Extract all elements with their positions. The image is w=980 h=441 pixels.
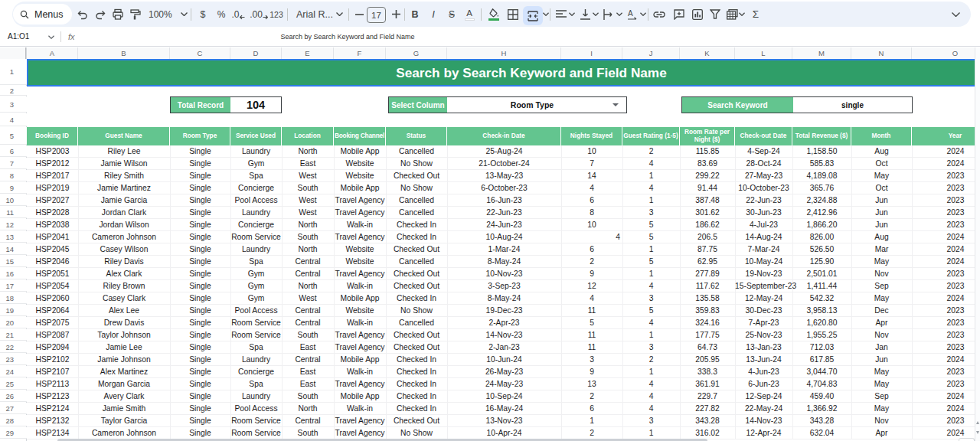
decrease-font-size-button[interactable]: [351, 4, 368, 24]
cell-I27[interactable]: 6: [561, 403, 622, 415]
cell-M16[interactable]: 2,501.01: [792, 268, 851, 280]
cell-E22[interactable]: East: [282, 341, 334, 354]
cell-J20[interactable]: 4: [622, 317, 680, 329]
cell-A27[interactable]: HSP2124: [27, 403, 78, 415]
cell-H8[interactable]: 13-May-23: [447, 170, 561, 182]
cell-O8[interactable]: 2023: [912, 170, 980, 182]
cell-F18[interactable]: Mobile App: [334, 292, 386, 305]
cell-L21[interactable]: 25-Nov-23: [735, 329, 792, 341]
cell-A20[interactable]: HSP2075: [27, 317, 78, 329]
text-rotation-caret-icon[interactable]: [639, 2, 647, 27]
cell-I12[interactable]: 10: [561, 219, 622, 231]
name-box[interactable]: A1:O1: [8, 28, 29, 46]
cell-F15[interactable]: Website: [334, 256, 386, 268]
cell-L23[interactable]: 13-Jun-24: [735, 354, 792, 366]
cell-A9[interactable]: HSP2019: [27, 182, 78, 194]
cell-A17[interactable]: HSP2054: [27, 280, 78, 292]
cell-J10[interactable]: 1: [622, 194, 680, 207]
cell-E25[interactable]: East: [282, 378, 334, 390]
cell-G7[interactable]: No Show: [386, 158, 447, 170]
column-header-I[interactable]: I: [561, 47, 622, 59]
cell-G17[interactable]: Checked Out: [386, 280, 447, 292]
cell-G9[interactable]: No Show: [386, 182, 447, 194]
cell-H26[interactable]: 10-Sep-24: [447, 390, 561, 403]
format-currency-button[interactable]: $: [194, 4, 211, 24]
cell-N26[interactable]: Sep: [851, 390, 912, 403]
cell-F19[interactable]: Website: [334, 305, 386, 317]
cell-L6[interactable]: 4-Sep-24: [735, 145, 792, 158]
cell-E23[interactable]: Central: [282, 354, 334, 366]
cell-M12[interactable]: 1,866.20: [792, 219, 851, 231]
cell-K21[interactable]: 177.75: [680, 329, 735, 341]
cell-E12[interactable]: North: [282, 219, 334, 231]
cell-H16[interactable]: 10-Nov-23: [447, 268, 561, 280]
cell-J11[interactable]: 3: [622, 207, 680, 219]
cell-F9[interactable]: Mobile App: [334, 182, 386, 194]
cell-F14[interactable]: Website: [334, 243, 386, 256]
cell-H28[interactable]: 13-Nov-23: [447, 415, 561, 427]
cell-M28[interactable]: 343.28: [792, 415, 851, 427]
cell-K18[interactable]: 135.58: [680, 292, 735, 305]
cell-L17[interactable]: 15-September-23: [735, 280, 792, 292]
cell-O6[interactable]: 2024: [912, 145, 980, 158]
cell-O28[interactable]: 2023: [912, 415, 980, 427]
cell-A11[interactable]: HSP2028: [27, 207, 78, 219]
cell-G21[interactable]: Checked Out: [386, 329, 447, 341]
cell-B23[interactable]: Jamie Johnson: [78, 354, 170, 366]
cell-M20[interactable]: 1,620.80: [792, 317, 851, 329]
cell-C25[interactable]: Single: [170, 378, 230, 390]
cell-A8[interactable]: HSP2017: [27, 170, 78, 182]
cell-N10[interactable]: Jun: [851, 194, 912, 207]
cell-C26[interactable]: Single: [170, 390, 230, 403]
row-header-4[interactable]: 4: [0, 113, 27, 126]
row-header-25[interactable]: 25: [0, 378, 27, 390]
cell-G8[interactable]: Checked Out: [386, 170, 447, 182]
cell-M7[interactable]: 585.83: [792, 158, 851, 170]
cell-A15[interactable]: HSP2046: [27, 256, 78, 268]
number-format-button[interactable]: 123: [268, 4, 285, 24]
cell-I26[interactable]: 2: [561, 390, 622, 403]
cell-A21[interactable]: HSP2087: [27, 329, 78, 341]
cell-I6[interactable]: 10: [561, 145, 622, 158]
cell-F17[interactable]: Walk-in: [334, 280, 386, 292]
cell-E27[interactable]: North: [282, 403, 334, 415]
row-header-18[interactable]: 18: [0, 292, 27, 304]
cell-I7[interactable]: 7: [561, 158, 622, 170]
cell-M26[interactable]: 459.40: [792, 390, 851, 403]
row-header-8[interactable]: 8: [0, 170, 27, 181]
column-header-C[interactable]: C: [170, 47, 230, 59]
cell-N18[interactable]: May: [851, 292, 912, 305]
cell-L12[interactable]: 4-Jul-23: [735, 219, 792, 231]
row-header-3[interactable]: 3: [0, 96, 27, 113]
cell-J26[interactable]: 4: [622, 390, 680, 403]
cell-G6[interactable]: Cancelled: [386, 145, 447, 158]
cell-N8[interactable]: May: [851, 170, 912, 182]
vertical-align-button[interactable]: [577, 4, 593, 24]
cell-M21[interactable]: 1,955.25: [792, 329, 851, 341]
cell-D8[interactable]: Spa: [230, 170, 282, 182]
cell-I17[interactable]: 12: [561, 280, 622, 292]
cell-K22[interactable]: 64.73: [680, 341, 735, 354]
column-header-J[interactable]: J: [622, 47, 680, 59]
cell-E9[interactable]: South: [282, 182, 334, 194]
cell-C12[interactable]: Single: [170, 219, 230, 231]
cell-J22[interactable]: 3: [622, 341, 680, 354]
cell-I25[interactable]: 13: [561, 378, 622, 390]
cell-M8[interactable]: 4,189.08: [792, 170, 851, 182]
cell-H25[interactable]: 24-May-23: [447, 378, 561, 390]
cell-C27[interactable]: Single: [170, 403, 230, 415]
cell-D22[interactable]: Spa: [230, 341, 282, 354]
column-header-O[interactable]: O: [912, 47, 980, 59]
row-header-6[interactable]: 6: [0, 145, 27, 157]
cell-B28[interactable]: Taylor Garcia: [78, 415, 170, 427]
column-header-N[interactable]: N: [851, 47, 912, 59]
cell-J17[interactable]: 4: [622, 280, 680, 292]
cell-H10[interactable]: 16-Jun-23: [447, 194, 561, 207]
cell-O14[interactable]: 2024: [912, 243, 980, 256]
column-header-B[interactable]: B: [78, 47, 170, 59]
cell-H19[interactable]: 19-Dec-23: [447, 305, 561, 317]
cell-L14[interactable]: 7-Mar-24: [735, 243, 792, 256]
cell-I22[interactable]: 11: [561, 341, 622, 354]
cell-G13[interactable]: Checked In: [386, 231, 447, 243]
row-header-5[interactable]: 5: [0, 127, 27, 145]
